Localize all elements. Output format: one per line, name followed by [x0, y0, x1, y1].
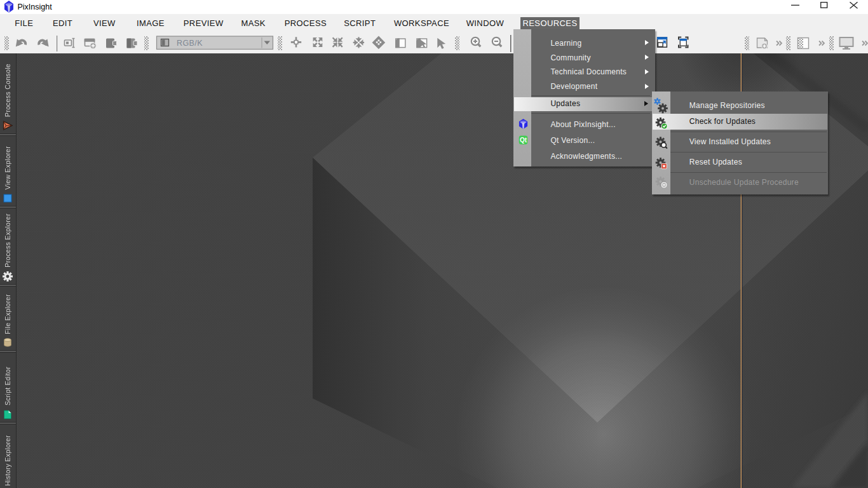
svg-text:RGB/K: RGB/K [177, 39, 203, 48]
